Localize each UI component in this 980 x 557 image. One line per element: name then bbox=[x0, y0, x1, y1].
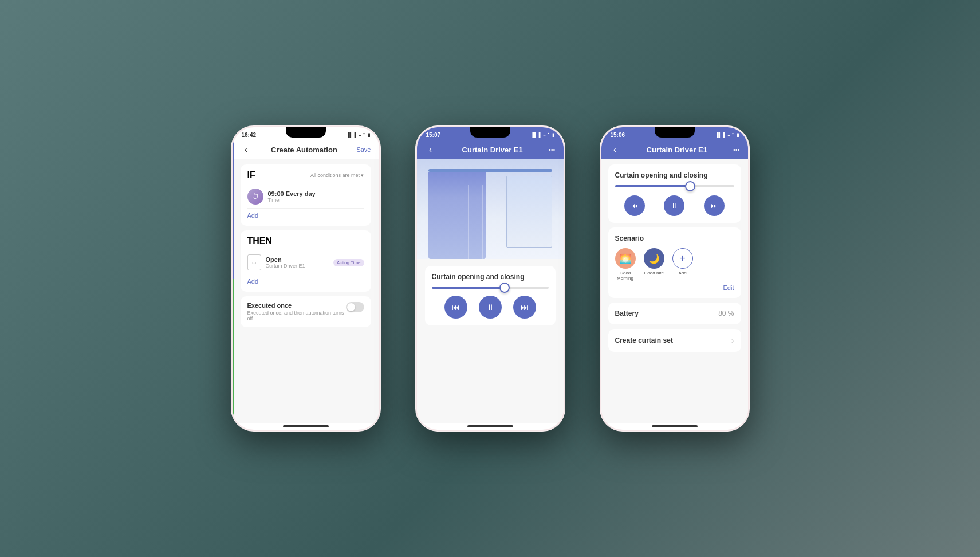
home-indicator-3 bbox=[652, 425, 698, 427]
phones-container: 16:42 ▐▌▐ ⌄⌃ ▮ ‹ Create Automation Save bbox=[231, 125, 750, 432]
save-button-1[interactable]: Save bbox=[356, 146, 371, 153]
chevron-right-icon: › bbox=[731, 336, 734, 345]
device-icon: ▭ bbox=[247, 254, 261, 270]
slider-container-2[interactable] bbox=[432, 287, 549, 289]
controls-row-3: ⏮ ⏸ ⏭ bbox=[615, 195, 734, 216]
executed-section: Executed once Executed once, and then au… bbox=[241, 296, 371, 327]
edit-link[interactable]: Edit bbox=[615, 284, 734, 291]
phone-1: 16:42 ▐▌▐ ⌄⌃ ▮ ‹ Create Automation Save bbox=[231, 125, 381, 432]
notch-2 bbox=[470, 127, 510, 138]
scenario-icons-row: 🌅 GoodMorning 🌙 Good nite + Add bbox=[615, 248, 734, 281]
curtain-fold-3 bbox=[469, 185, 483, 259]
back-button-1[interactable]: ‹ bbox=[241, 144, 252, 155]
scenario-item-add[interactable]: + Add bbox=[672, 248, 693, 276]
header-1: ‹ Create Automation Save bbox=[233, 140, 379, 159]
curtain-panel bbox=[428, 172, 486, 259]
phone1-content: IF All conditions are met ▾ ⏱ 09:00 Ever… bbox=[233, 159, 379, 423]
add-scenario-icon[interactable]: + bbox=[672, 248, 693, 269]
timer-info: 09:00 Every day Timer bbox=[268, 190, 364, 203]
accent-bar bbox=[233, 127, 234, 430]
notch-1 bbox=[286, 127, 326, 138]
nite-label: Good nite bbox=[644, 270, 664, 276]
slider-thumb-2[interactable] bbox=[499, 283, 510, 293]
header-3: ‹ Curtain Driver E1 ••• bbox=[601, 140, 748, 159]
action-name: Open bbox=[266, 256, 329, 263]
curtain-control-label-3: Curtain opening and closing bbox=[615, 171, 734, 179]
action-info: Open Curtain Driver E1 bbox=[266, 256, 329, 269]
curtain-set-label: Create curtain set bbox=[615, 336, 673, 344]
controls-row-2: ⏮ ⏸ ⏭ bbox=[432, 296, 549, 319]
pause-button-2[interactable]: ⏸ bbox=[479, 296, 502, 319]
morning-icon: 🌅 bbox=[615, 248, 636, 269]
scenario-item-morning[interactable]: 🌅 GoodMorning bbox=[615, 248, 636, 281]
signal-icon-3: ▐▌▐ bbox=[715, 132, 725, 138]
phone2-body: Curtain opening and closing ⏮ ⏸ ⏭ bbox=[417, 259, 564, 423]
battery-value: 80 % bbox=[718, 309, 734, 317]
curtain-set-card[interactable]: Create curtain set › bbox=[608, 329, 741, 352]
wifi-icon-1: ⌄⌃ bbox=[358, 132, 366, 138]
home-indicator-2 bbox=[467, 425, 513, 427]
executed-sub: Executed once, and then automation turns… bbox=[247, 310, 346, 321]
then-section: THEN ▭ Open Curtain Driver E1 Acting Tim… bbox=[241, 230, 371, 292]
add-label: Add bbox=[678, 270, 686, 276]
page-title-2: Curtain Driver E1 bbox=[462, 146, 523, 154]
scenario-card: Scenario 🌅 GoodMorning 🌙 Good nite + A bbox=[608, 227, 741, 298]
executed-toggle[interactable] bbox=[346, 302, 364, 312]
rewind-button-2[interactable]: ⏮ bbox=[444, 296, 467, 319]
phone3-body: Curtain opening and closing ⏮ ⏸ ⏭ Scenar… bbox=[601, 159, 748, 423]
curtain-folds bbox=[440, 185, 497, 259]
timer-time: 09:00 Every day bbox=[268, 190, 364, 197]
home-indicator-1 bbox=[283, 425, 329, 427]
control-label-2: Curtain opening and closing bbox=[432, 273, 549, 281]
battery-card: Battery 80 % bbox=[608, 303, 741, 324]
phone-2: 15:07 ▐▌▐ ⌄⌃ ▮ ‹ Curtain Driver E1 ••• bbox=[415, 125, 565, 432]
battery-icon-1: ▮ bbox=[368, 132, 370, 138]
status-icons-1: ▐▌▐ ⌄⌃ ▮ bbox=[346, 132, 369, 138]
back-button-2[interactable]: ‹ bbox=[425, 144, 436, 155]
menu-button-3[interactable]: ••• bbox=[733, 146, 740, 153]
battery-icon-3: ▮ bbox=[737, 132, 739, 138]
wifi-icon-2: ⌄⌃ bbox=[542, 132, 550, 138]
action-device: Curtain Driver E1 bbox=[266, 263, 329, 269]
forward-button-3[interactable]: ⏭ bbox=[704, 195, 725, 216]
curtain-fold-4 bbox=[483, 185, 497, 259]
curtain-fold-1 bbox=[440, 185, 454, 259]
slider-fill-2 bbox=[432, 287, 502, 289]
executed-row: Executed once Executed once, and then au… bbox=[247, 302, 364, 321]
then-label: THEN bbox=[247, 236, 364, 246]
wifi-icon-3: ⌄⌃ bbox=[727, 132, 735, 138]
time-2: 15:07 bbox=[426, 132, 441, 138]
pause-button-3[interactable]: ⏸ bbox=[664, 195, 684, 216]
page-title-1: Create Automation bbox=[271, 146, 337, 154]
curtain-fold-2 bbox=[454, 185, 469, 259]
acting-badge: Acting Time bbox=[333, 259, 364, 266]
if-section: IF All conditions are met ▾ ⏱ 09:00 Ever… bbox=[241, 164, 371, 226]
page-title-3: Curtain Driver E1 bbox=[647, 146, 707, 154]
nite-icon: 🌙 bbox=[644, 248, 664, 269]
battery-label: Battery bbox=[615, 309, 639, 317]
if-add-link[interactable]: Add bbox=[247, 209, 364, 220]
menu-button-2[interactable]: ••• bbox=[549, 146, 556, 153]
curtain-control-card-3: Curtain opening and closing ⏮ ⏸ ⏭ bbox=[608, 164, 741, 223]
timer-sub: Timer bbox=[268, 197, 364, 203]
back-button-3[interactable]: ‹ bbox=[609, 144, 621, 155]
signal-icon-1: ▐▌▐ bbox=[346, 132, 356, 138]
forward-button-2[interactable]: ⏭ bbox=[513, 296, 536, 319]
then-add-link[interactable]: Add bbox=[247, 274, 364, 286]
slider-thumb-3[interactable] bbox=[685, 181, 695, 191]
timer-row: ⏱ 09:00 Every day Timer bbox=[247, 185, 364, 209]
scenario-item-nite[interactable]: 🌙 Good nite bbox=[644, 248, 664, 276]
action-row: ▭ Open Curtain Driver E1 Acting Time bbox=[247, 251, 364, 274]
battery-icon-2: ▮ bbox=[552, 132, 554, 138]
morning-label: GoodMorning bbox=[617, 270, 633, 281]
header-2: ‹ Curtain Driver E1 ••• bbox=[417, 140, 564, 159]
slider-track-3[interactable] bbox=[615, 185, 734, 187]
conditions-text[interactable]: All conditions are met ▾ bbox=[310, 172, 364, 178]
phone-3: 15:06 ▐▌▐ ⌄⌃ ▮ ‹ Curtain Driver E1 ••• C… bbox=[600, 125, 750, 432]
timer-icon: ⏱ bbox=[247, 189, 263, 205]
slider-track-2[interactable] bbox=[432, 287, 549, 289]
rewind-button-3[interactable]: ⏮ bbox=[624, 195, 645, 216]
executed-title: Executed once bbox=[247, 302, 346, 309]
curtain-control-card: Curtain opening and closing ⏮ ⏸ ⏭ bbox=[425, 266, 556, 325]
if-label: IF bbox=[247, 170, 255, 181]
